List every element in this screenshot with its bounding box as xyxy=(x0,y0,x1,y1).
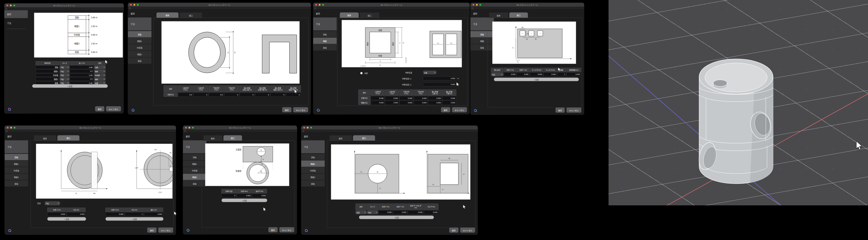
value-field[interactable]: 0.000 xyxy=(393,210,407,214)
close-button[interactable] xyxy=(473,4,474,6)
app-menu-icon[interactable] xyxy=(129,7,131,9)
sidebar-part-item[interactable]: 側壁 xyxy=(313,38,337,45)
zoom-button[interactable] xyxy=(192,127,194,129)
part-name-field[interactable]: 側壁1 xyxy=(36,70,59,73)
add-row-button[interactable]: + 追加 xyxy=(494,78,579,81)
app-menu-icon[interactable] xyxy=(6,130,8,132)
value-field[interactable]: 5.5 xyxy=(209,92,224,97)
type-dropdown[interactable]: 円形⇅ xyxy=(60,78,69,81)
length-field[interactable]: 0.66 xyxy=(70,73,94,77)
tab-body[interactable]: 躯体 xyxy=(330,135,352,141)
minimize-button[interactable] xyxy=(307,127,309,129)
value-field[interactable]: 5.5 xyxy=(178,92,193,97)
value-field[interactable]: 0.000 xyxy=(106,212,125,216)
add-row-button[interactable]: + 追加 xyxy=(106,217,163,221)
sidebar-item-dimension[interactable]: 寸法 xyxy=(313,18,337,31)
minimize-button[interactable] xyxy=(319,4,321,6)
value-field[interactable]: 0.000 xyxy=(414,101,428,105)
part-dropdown[interactable]: 頂版⇅ xyxy=(94,65,106,69)
mid-wall-l2-field[interactable]: 0.000 xyxy=(423,83,456,86)
part-dropdown[interactable]: 側壁⇅ xyxy=(94,70,106,73)
titlebar[interactable]: 3D パラメトリックツール xyxy=(470,3,584,7)
sidebar-item-material[interactable]: 部材 xyxy=(128,10,152,18)
part-dropdown[interactable]: 中床版⇅ xyxy=(94,73,106,77)
minimize-button[interactable] xyxy=(134,4,135,6)
minimize-button[interactable] xyxy=(189,127,191,129)
sidebar-part-item[interactable]: 側壁1 xyxy=(128,38,152,45)
sidebar-part-item[interactable]: 側壁2 xyxy=(301,174,325,181)
minimize-button[interactable] xyxy=(476,4,478,6)
tab-body[interactable]: 躯体 xyxy=(34,135,56,141)
app-menu-icon[interactable] xyxy=(472,7,474,9)
sidebar-part-item[interactable]: 頂版 xyxy=(128,31,152,38)
tab-body[interactable]: 躯体 xyxy=(489,12,508,18)
confirm-button[interactable]: 確定 xyxy=(95,106,104,111)
type-dropdown[interactable]: 円形⇅ xyxy=(60,70,69,73)
length-field[interactable]: 2.5 xyxy=(70,78,94,81)
sidebar-part-item[interactable]: 頂版 xyxy=(313,31,337,38)
sidebar-part-item[interactable]: 頂版 xyxy=(5,154,28,161)
cancel-button[interactable]: キャンセル xyxy=(279,228,294,233)
sidebar-item-material[interactable]: 部材 xyxy=(313,10,337,18)
value-field[interactable]: 5.000 xyxy=(399,96,413,100)
sidebar-item-material[interactable]: 部材 xyxy=(183,133,207,140)
mid-wall-pos-dropdown[interactable]: 前後⇅ xyxy=(423,71,436,74)
part-name-field[interactable]: 頂版 xyxy=(36,65,59,69)
sidebar-part-item[interactable]: 側壁1 xyxy=(5,161,28,167)
part-name-field[interactable]: 側壁2 xyxy=(36,78,59,81)
add-row-button[interactable]: + 追加 xyxy=(359,216,434,219)
sidebar-item-material[interactable]: 部材 xyxy=(4,10,28,18)
close-button[interactable] xyxy=(315,4,317,6)
titlebar[interactable]: 3D パラメトリックツール xyxy=(313,3,470,7)
value-field[interactable]: 0.000 xyxy=(385,96,399,100)
type-dropdown[interactable]: 円形⇅ xyxy=(60,65,69,69)
value-field[interactable]: 0.000 xyxy=(428,101,442,105)
value-field[interactable]: 0 xyxy=(271,92,285,97)
sidebar-part-item[interactable]: 側壁1 xyxy=(301,161,325,167)
cancel-button[interactable]: キャンセル xyxy=(293,107,308,112)
sidebar-part-item[interactable]: 中床版 xyxy=(5,167,28,174)
close-button[interactable] xyxy=(185,127,187,129)
sidebar-item-dimension[interactable]: 寸法 xyxy=(301,140,325,153)
cancel-button[interactable]: キャンセル xyxy=(106,106,121,111)
sidebar-part-item[interactable]: 底版 xyxy=(313,45,337,51)
tab-body[interactable]: 躯体 xyxy=(340,12,359,18)
sidebar-item-material[interactable]: 部材 xyxy=(301,133,325,140)
value-field[interactable]: 0 xyxy=(240,92,255,97)
value-field[interactable]: 0 xyxy=(286,92,301,97)
tab-opening[interactable]: 開口 xyxy=(353,135,375,141)
zoom-button[interactable] xyxy=(13,5,16,7)
value-field[interactable]: 0.000 xyxy=(67,212,86,216)
value-field[interactable]: 0.000 xyxy=(48,212,66,216)
value-field[interactable]: 0.000 xyxy=(414,96,428,100)
add-row-button[interactable]: + 追加 xyxy=(222,199,267,202)
value-field[interactable]: 0.000 xyxy=(408,210,424,214)
length-field[interactable]: 2.5 xyxy=(70,70,94,73)
sidebar-part-item[interactable]: 中床版 xyxy=(128,45,152,51)
tab-body[interactable]: 躯体 xyxy=(204,135,222,141)
part-name-field[interactable]: 中床版 xyxy=(36,73,59,77)
close-button[interactable] xyxy=(130,4,132,6)
type-dropdown[interactable]: 円形⇅ xyxy=(367,210,378,214)
tab-body[interactable]: 躯体 xyxy=(157,12,179,18)
value-field[interactable]: 0 xyxy=(224,92,239,97)
zoom-button[interactable] xyxy=(310,127,312,129)
sidebar-item-material[interactable]: 部材 xyxy=(5,133,28,140)
add-row-button[interactable]: + 追加 xyxy=(32,84,108,88)
tab-opening[interactable]: 開口 xyxy=(58,135,80,141)
minimize-button[interactable] xyxy=(10,5,12,7)
close-button[interactable] xyxy=(7,5,8,7)
viewport-3d[interactable] xyxy=(609,0,868,205)
value-field[interactable]: 5.000 xyxy=(399,101,413,105)
sidebar-item-dimension[interactable]: 寸法 xyxy=(4,18,28,28)
confirm-button[interactable]: 確定 xyxy=(449,228,458,233)
shape-dropdown[interactable]: 円形⇅ xyxy=(45,202,60,205)
value-field[interactable]: 0.000 xyxy=(424,210,438,214)
value-field[interactable]: 0 xyxy=(193,92,209,97)
sidebar-part-item[interactable]: 頂版 xyxy=(301,154,325,161)
app-menu-icon[interactable] xyxy=(314,7,316,9)
part-dropdown[interactable]: 前壁⇅ xyxy=(356,210,367,214)
close-button[interactable] xyxy=(7,127,9,129)
value-field[interactable]: 0 xyxy=(222,194,237,197)
value-field[interactable]: 0.000 xyxy=(252,194,267,197)
